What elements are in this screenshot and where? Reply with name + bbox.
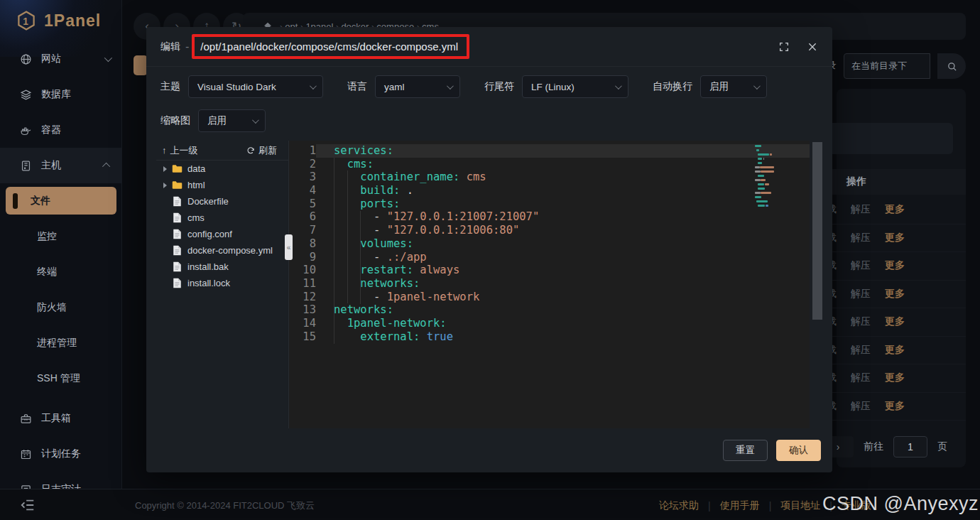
fullscreen-icon[interactable] <box>778 41 790 53</box>
row-action-link[interactable]: 解压 <box>851 288 871 300</box>
sidebar-item-terminal[interactable]: 终端 <box>0 254 121 290</box>
more-action-link[interactable]: 更多 <box>885 315 905 328</box>
file-icon <box>172 278 183 288</box>
code-text: ports: <box>316 197 810 211</box>
sidebar-item-monitor[interactable]: 监控 <box>0 219 121 254</box>
caret-right-icon[interactable] <box>163 183 167 188</box>
tree-item-install.bak[interactable]: install.bak <box>156 259 288 275</box>
sidebar-item-cron[interactable]: 计划任务 <box>0 436 121 472</box>
code-line[interactable]: 15 external: true <box>289 330 810 344</box>
line-number: 3 <box>289 170 316 184</box>
row-action-link[interactable]: 解压 <box>851 372 871 384</box>
sidebar-item-container[interactable]: 容器 <box>0 112 121 148</box>
more-action-link[interactable]: 更多 <box>885 344 905 357</box>
row-action-link[interactable]: 解压 <box>851 232 871 244</box>
row-action-link[interactable]: 解压 <box>851 315 871 328</box>
tree-item-docker-compose.yml[interactable]: docker-compose.yml <box>156 242 288 259</box>
more-action-link[interactable]: 更多 <box>885 400 905 413</box>
footer-link[interactable]: 项目地址 <box>780 499 820 512</box>
sidebar-item-process[interactable]: 进程管理 <box>0 325 121 361</box>
code-line[interactable]: 8 volumes: <box>289 237 810 251</box>
line-number: 14 <box>289 317 316 330</box>
scrollbar-thumb[interactable] <box>812 142 822 320</box>
code-line[interactable]: 10 restart: always <box>289 264 810 277</box>
code-text: build: . <box>316 184 810 197</box>
tree-up-button[interactable]: ↑ 上一级 <box>162 144 198 157</box>
tree-refresh-button[interactable]: 刷新 <box>246 144 277 157</box>
row-action-link[interactable]: 解压 <box>851 259 871 272</box>
sidebar-item-toolbox[interactable]: 工具箱 <box>0 401 121 436</box>
code-line[interactable]: 5 ports: <box>289 197 810 211</box>
page-input[interactable]: 1 <box>893 436 927 457</box>
row-action-link[interactable]: 解压 <box>851 400 871 413</box>
editor-dialog: 编辑 - /opt/1panel/docker/compose/cms/dock… <box>146 27 832 472</box>
close-icon[interactable] <box>807 41 818 53</box>
sidebar-item-logs[interactable]: 日志审计 <box>0 472 121 489</box>
code-text: external: true <box>316 330 810 344</box>
line-number: 4 <box>289 184 316 197</box>
more-action-link[interactable]: 更多 <box>885 203 905 216</box>
code-line[interactable]: 14 1panel-network: <box>289 317 810 330</box>
more-action-link[interactable]: 更多 <box>885 372 905 384</box>
footer-link[interactable]: 使用手册 <box>720 499 760 512</box>
row-action-link[interactable]: 解压 <box>851 344 871 357</box>
footer-link[interactable]: 论坛求助 <box>659 499 699 512</box>
sidebar-item-ssh[interactable]: SSH 管理 <box>0 361 121 396</box>
code-line[interactable]: 11 networks: <box>289 277 810 291</box>
table-row: 载解压更多 <box>822 281 966 309</box>
more-action-link[interactable]: 更多 <box>885 288 905 300</box>
code-text: container_name: cms <box>316 170 810 184</box>
code-line[interactable]: 13networks: <box>289 303 810 317</box>
app-logo[interactable]: 1 1Panel <box>0 0 121 41</box>
confirm-button[interactable]: 确认 <box>776 440 821 461</box>
sidebar-item-label: 计划任务 <box>41 448 81 460</box>
sidebar-item-files[interactable]: 文件 <box>6 187 116 215</box>
line-number: 11 <box>289 277 316 291</box>
more-action-link[interactable]: 更多 <box>885 232 905 244</box>
svg-text:1: 1 <box>23 16 28 27</box>
tree-item-data[interactable]: data <box>156 161 288 177</box>
sidebar-item-firewall[interactable]: 防火墙 <box>0 290 121 325</box>
sidebar-item-website[interactable]: 网站 <box>0 41 121 77</box>
code-line[interactable]: 7 - "127.0.0.1:21006:80" <box>289 224 810 237</box>
tree-item-Dockerfile[interactable]: Dockerfile <box>156 193 288 210</box>
theme-select[interactable]: Visual Studio Dark <box>188 75 323 98</box>
code-line[interactable]: 12 - 1panel-network <box>289 291 810 304</box>
eol-select[interactable]: LF (Linux) <box>522 75 628 98</box>
minimap-select[interactable]: 启用 <box>198 109 266 132</box>
more-action-link[interactable]: 更多 <box>885 259 905 272</box>
row-action-link[interactable]: 解压 <box>851 203 871 216</box>
tree-item-install.lock[interactable]: install.lock <box>156 275 288 291</box>
tree-item-html[interactable]: html <box>156 177 288 193</box>
code-editor[interactable]: 1services:2 cms:3 container_name: cms4 b… <box>289 141 810 428</box>
code-line[interactable]: 1services: <box>289 144 810 158</box>
tree-item-cms[interactable]: cms <box>156 210 288 226</box>
sidebar-item-database[interactable]: 数据库 <box>0 77 121 112</box>
minimap[interactable] <box>755 145 774 209</box>
tree-item-config.conf[interactable]: config.conf <box>156 226 288 242</box>
reset-button[interactable]: 重置 <box>723 440 768 461</box>
code-line[interactable]: 2 cms: <box>289 158 810 171</box>
search-button[interactable] <box>937 53 966 79</box>
search-scope-box[interactable]: 在当前目录下 <box>844 53 930 79</box>
server-icon <box>20 160 32 172</box>
code-line[interactable]: 3 container_name: cms <box>289 170 810 184</box>
tree-collapse-handle[interactable]: « <box>285 234 293 260</box>
wordwrap-select[interactable]: 启用 <box>700 75 767 98</box>
sidebar-collapse-button[interactable] <box>20 497 36 513</box>
hidden-primary-button[interactable] <box>134 55 148 75</box>
code-line[interactable]: 6 - "127.0.0.1:21007:21007" <box>289 210 810 224</box>
code-line[interactable]: 4 build: . <box>289 184 810 197</box>
code-line[interactable]: 9 - .:/app <box>289 251 810 264</box>
caret-right-icon[interactable] <box>163 166 167 172</box>
table-row: 载解压更多 <box>822 196 966 224</box>
code-text: - .:/app <box>316 251 810 264</box>
goto-label: 前往 <box>864 440 883 453</box>
up-label: 上一级 <box>170 144 198 157</box>
dialog-title: 编辑 <box>160 40 180 53</box>
sidebar-item-host[interactable]: 主机 <box>0 148 121 183</box>
chevron-down-icon <box>447 82 454 90</box>
language-select[interactable]: yaml <box>375 75 460 98</box>
sidebar-item-label: 监控 <box>37 230 57 243</box>
code-text: - "127.0.0.1:21006:80" <box>316 224 810 237</box>
